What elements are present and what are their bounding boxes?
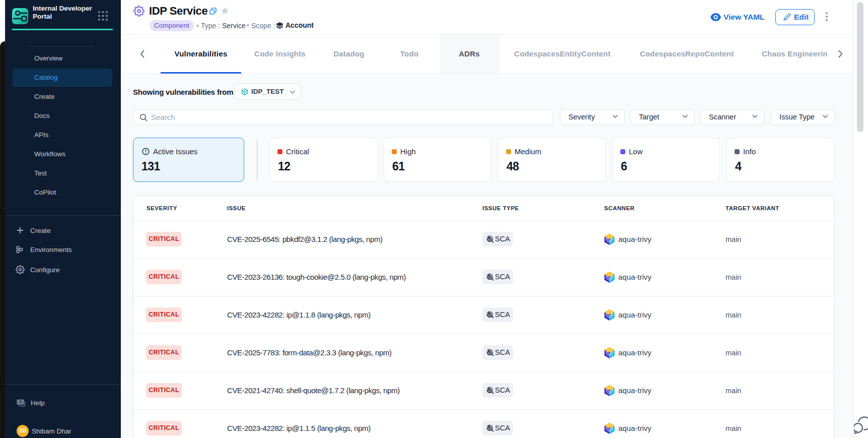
svg-text:?: ? xyxy=(19,400,22,405)
